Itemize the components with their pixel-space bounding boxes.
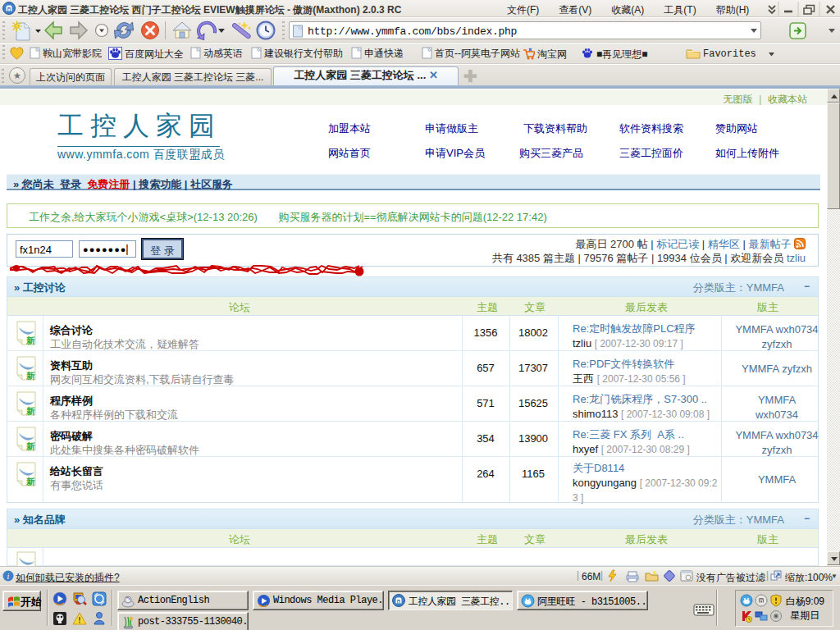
svg-text:新: 新: [25, 477, 35, 486]
svg-text:i: i: [7, 572, 10, 581]
svg-text:新: 新: [25, 441, 35, 451]
svg-text:新: 新: [25, 406, 35, 416]
svg-text:新: 新: [25, 336, 35, 345]
svg-text:新: 新: [25, 371, 35, 381]
